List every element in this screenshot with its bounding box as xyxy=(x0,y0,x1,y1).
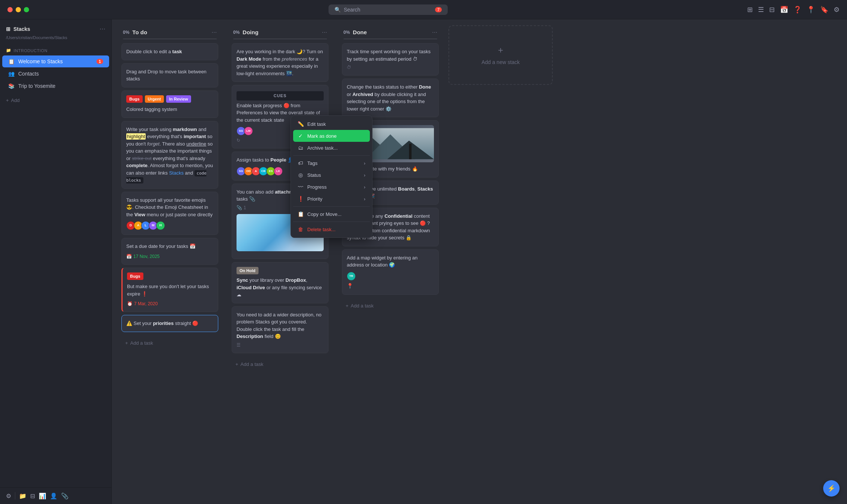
doing-add-task-button[interactable]: + Add a task xyxy=(230,358,330,371)
avatar-h: H xyxy=(156,221,165,230)
clock-icon: ⏰ xyxy=(127,300,133,307)
checkmark-icon: ✓ xyxy=(298,133,304,139)
search-placeholder: Search xyxy=(344,7,360,13)
card-map-widget[interactable]: Add a map widget by entering an address … xyxy=(342,249,439,295)
plus-icon: + xyxy=(6,98,9,103)
card-date-ok: 📅 17 Nov, 2025 xyxy=(126,253,213,260)
main-layout: ⊞ Stacks ⋯ /Users/cristian/Documents/Sta… xyxy=(0,19,847,504)
stack-todo-cards: Double click to edit a task Drag and Dro… xyxy=(118,43,222,335)
tag-urgent: Urgent xyxy=(145,95,164,103)
card-expired[interactable]: Bugs But make sure you don't let your ta… xyxy=(121,268,218,312)
card-dark-mode[interactable]: Are you working in the dark 🌙? Turn on D… xyxy=(232,43,329,82)
people-icon[interactable]: 👤 xyxy=(50,492,57,500)
calendar-icon: 📅 xyxy=(126,253,132,260)
stack-doing-menu[interactable]: ⋯ xyxy=(322,29,327,35)
table-view-icon[interactable]: ⊟ xyxy=(769,6,775,14)
chart-icon[interactable]: 📊 xyxy=(39,492,46,500)
tag-bugs-2: Bugs xyxy=(127,272,143,280)
stack-todo: 0% To do ⋯ Double click to edit a task D… xyxy=(118,25,222,351)
stack-doing-header: 0% Doing ⋯ xyxy=(228,25,332,38)
archive-icon: 🗂 xyxy=(298,145,304,151)
grid-view-icon[interactable]: ⊞ xyxy=(747,6,753,14)
time-icon: ⏱ xyxy=(347,64,434,71)
new-stack-column[interactable]: + Add a new stack xyxy=(448,25,553,85)
sliders-icon[interactable]: ⚙ xyxy=(834,6,840,14)
cm-copy-move[interactable]: 📋 Copy or Move... xyxy=(293,208,370,220)
bookmark-icon[interactable]: 🔖 xyxy=(820,6,828,14)
cm-delete-task[interactable]: 🗑 Delete task... xyxy=(293,223,370,235)
todo-add-task-button[interactable]: + Add a task xyxy=(120,336,220,350)
help-icon[interactable]: ❓ xyxy=(793,6,802,14)
close-button[interactable] xyxy=(7,7,13,12)
sidebar-item-welcome[interactable]: 📋 Welcome to Stacks 1 xyxy=(2,55,109,67)
notification-badge: 7 xyxy=(435,7,442,12)
card-track-time[interactable]: Track time spent working on your tasks b… xyxy=(342,43,439,76)
location-icon[interactable]: 📍 xyxy=(807,6,815,14)
maximize-button[interactable] xyxy=(24,7,29,12)
sidebar-header: ⊞ Stacks ⋯ xyxy=(0,19,111,35)
cm-status[interactable]: ◎ Status › xyxy=(293,169,370,181)
card-map-avatars: TR xyxy=(347,272,434,281)
card-description[interactable]: You need to add a wider description, no … xyxy=(232,306,329,353)
copy-icon: 📋 xyxy=(298,211,304,217)
stack-done-menu[interactable]: ⋯ xyxy=(432,29,437,35)
filter-button[interactable]: ⚡ xyxy=(823,480,840,497)
card-due-date[interactable]: Set a due date for your tasks 📅 📅 17 Nov… xyxy=(121,238,218,265)
chevron-right-icon: › xyxy=(364,172,365,178)
list-view-icon[interactable]: ☰ xyxy=(758,6,764,14)
sidebar-item-contacts[interactable]: 👥 Contacts xyxy=(2,68,109,80)
stack-todo-menu[interactable]: ⋯ xyxy=(212,29,217,35)
cm-archive-task[interactable]: 🗂 Archive task... xyxy=(293,142,370,154)
card-double-click[interactable]: Double click to edit a task xyxy=(121,43,218,60)
stack-doing-progress-bar xyxy=(233,38,327,39)
card-tags[interactable]: Bugs Urgent In Review Colored tagging sy… xyxy=(121,90,218,118)
done-add-task-button[interactable]: + Add a task xyxy=(340,299,440,312)
board-area: 0% To do ⋯ Double click to edit a task D… xyxy=(112,19,847,504)
paperclip-icon[interactable]: 📎 xyxy=(61,492,69,500)
cm-mark-done[interactable]: ✓ Mark as done xyxy=(293,130,370,142)
sidebar-item-trip[interactable]: 📚 Trip to Yosemite xyxy=(2,80,109,92)
progress-icon: 〰 xyxy=(298,184,304,190)
sidebar-footer: ⚙ 📁 ⊟ 📊 👤 📎 xyxy=(0,487,111,504)
folder-icon[interactable]: 📁 xyxy=(19,492,26,500)
card-drag-drop[interactable]: Drag and Drop to move task between stack… xyxy=(121,63,218,87)
settings-icon[interactable]: ⚙ xyxy=(6,492,11,500)
cues-label: CUES xyxy=(237,91,324,101)
app-icon: ⊞ xyxy=(6,26,10,32)
stack-doing-progress: 0% xyxy=(233,30,239,35)
context-menu[interactable]: ✏️ Edit task ✓ Mark as done 🗂 Archive ta… xyxy=(291,115,372,238)
calendar-view-icon[interactable]: 📅 xyxy=(780,6,788,14)
card-change-status[interactable]: Change the tasks status to either Done o… xyxy=(342,79,439,117)
minimize-button[interactable] xyxy=(16,7,21,12)
plus-icon: + xyxy=(346,303,349,309)
card-sync[interactable]: On Hold Sync your library over DropBox, … xyxy=(232,262,329,303)
app-path: /Users/cristian/Documents/Stacks xyxy=(0,35,111,44)
paperclip-icon: 📎 xyxy=(237,204,242,211)
sidebar-menu-icon[interactable]: ⋯ xyxy=(99,25,105,32)
app-name: ⊞ Stacks xyxy=(6,26,30,32)
plus-icon: + xyxy=(235,361,238,367)
card-markdown[interactable]: Write your task using markdown and highl… xyxy=(121,121,218,189)
stack-todo-progress-bar xyxy=(123,38,217,39)
sidebar-section: 📁 Introduction 📋 Welcome to Stacks 1 👥 C… xyxy=(0,44,111,94)
sidebar-add-button[interactable]: + Add xyxy=(0,94,111,107)
search-bar[interactable]: 🔍 Search 7 xyxy=(329,4,448,15)
table-icon[interactable]: ⊟ xyxy=(30,492,35,500)
new-stack-label: Add a new stack xyxy=(482,59,520,65)
sidebar-item-icon: 📋 xyxy=(8,58,15,64)
card-priority[interactable]: ⚠️ Set your priorities straight 🔴 xyxy=(121,315,218,332)
tag-icon: 🏷 xyxy=(298,160,304,166)
cm-divider-1 xyxy=(293,155,370,156)
card-tags-row: Bugs xyxy=(127,272,213,280)
chevron-right-icon: › xyxy=(364,196,365,202)
cm-tags[interactable]: 🏷 Tags › xyxy=(293,157,370,169)
cm-edit-task[interactable]: ✏️ Edit task xyxy=(293,118,370,130)
card-emojis[interactable]: Tasks support all your favorite emojis 😎… xyxy=(121,192,218,235)
stack-todo-header: 0% To do ⋯ xyxy=(118,25,222,38)
stacks-link[interactable]: Stacks xyxy=(169,170,184,176)
filter-icon: ⚡ xyxy=(827,484,835,492)
stack-todo-title: To do xyxy=(132,29,209,35)
cm-priority[interactable]: ❗ Priority › xyxy=(293,193,370,205)
cm-progress[interactable]: 〰 Progress › xyxy=(293,181,370,193)
sidebar-item-icon: 📚 xyxy=(8,83,15,89)
